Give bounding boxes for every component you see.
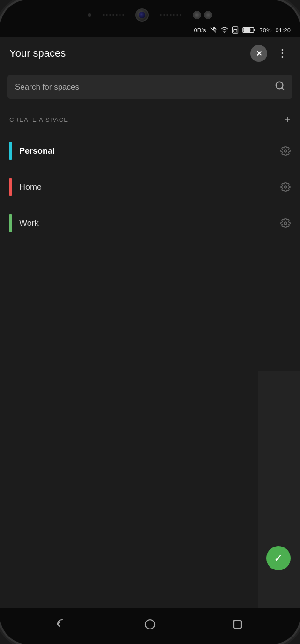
svg-rect-3 xyxy=(234,29,237,32)
menu-button[interactable]: ⋮ xyxy=(274,45,291,62)
svg-rect-5 xyxy=(254,29,255,31)
battery-icon xyxy=(242,27,255,33)
fab-icon: ✓ xyxy=(274,552,283,565)
fab-button[interactable]: ✓ xyxy=(266,546,291,570)
dot-left xyxy=(88,13,91,17)
sim-icon xyxy=(232,26,239,34)
speaker-dots xyxy=(103,14,124,16)
home-settings-icon[interactable] xyxy=(280,182,291,192)
dots-icon: ⋮ xyxy=(277,47,288,60)
svg-rect-6 xyxy=(244,28,251,32)
home-button[interactable] xyxy=(142,616,158,633)
svg-point-10 xyxy=(284,186,287,188)
camera-row xyxy=(0,5,300,23)
app-header: Your spaces ✕ ⋮ xyxy=(0,37,300,70)
search-container: Search for spaces xyxy=(0,70,300,106)
app-content: Your spaces ✕ ⋮ Search for spaces xyxy=(0,37,300,608)
space-item-work[interactable]: Work xyxy=(0,205,300,241)
personal-settings-icon[interactable] xyxy=(280,146,291,156)
svg-point-1 xyxy=(224,32,225,33)
space-name-personal: Personal xyxy=(19,146,280,156)
front-camera xyxy=(135,8,149,22)
personal-color-bar xyxy=(9,142,12,160)
work-settings-icon[interactable] xyxy=(280,218,291,228)
work-color-bar xyxy=(9,214,12,232)
wifi-icon xyxy=(221,26,228,34)
phone-screen: 0B/s xyxy=(0,0,300,644)
add-space-icon[interactable]: + xyxy=(284,113,291,126)
svg-point-11 xyxy=(284,222,287,225)
sensor-1 xyxy=(193,11,201,19)
sensor-2 xyxy=(204,11,212,19)
space-item-home[interactable]: Home xyxy=(0,169,300,205)
recent-button[interactable] xyxy=(229,616,246,633)
svg-line-8 xyxy=(282,88,284,90)
search-placeholder: Search for spaces xyxy=(15,82,269,92)
mute-icon xyxy=(210,26,217,34)
phone-shell: 0B/s xyxy=(0,0,300,644)
home-color-bar xyxy=(9,178,12,196)
create-space-label: CREATE A SPACE xyxy=(9,116,68,123)
svg-rect-13 xyxy=(234,621,241,628)
sensors xyxy=(193,11,212,19)
close-icon: ✕ xyxy=(256,49,262,58)
space-name-home: Home xyxy=(19,182,280,192)
back-button[interactable] xyxy=(54,616,71,633)
status-bar-area: 0B/s xyxy=(0,0,300,37)
space-item-personal[interactable]: Personal xyxy=(0,133,300,169)
svg-point-9 xyxy=(284,150,287,152)
speaker-dots-right xyxy=(160,14,181,16)
status-bar: 0B/s xyxy=(0,23,300,37)
battery-text: 70% xyxy=(259,27,271,34)
search-icon[interactable] xyxy=(275,81,285,93)
time-text: 01:20 xyxy=(275,27,291,34)
bottom-nav xyxy=(0,608,300,644)
header-actions: ✕ ⋮ xyxy=(250,45,291,62)
network-speed: 0B/s xyxy=(194,27,206,34)
search-box[interactable]: Search for spaces xyxy=(8,75,292,99)
app-title: Your spaces xyxy=(9,47,66,60)
space-name-work: Work xyxy=(19,218,280,228)
create-space-row[interactable]: CREATE A SPACE + xyxy=(0,106,300,133)
svg-point-12 xyxy=(145,620,155,629)
spaces-list: Personal Home xyxy=(0,133,300,371)
empty-area xyxy=(0,371,300,608)
close-button[interactable]: ✕ xyxy=(250,45,267,62)
